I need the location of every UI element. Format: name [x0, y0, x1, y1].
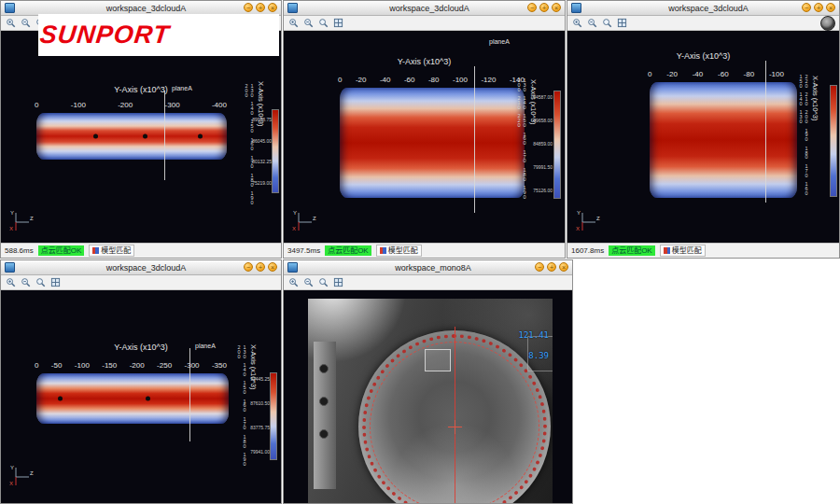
center-crosshair [455, 420, 455, 434]
camera-viewport[interactable]: 121.418.39 [284, 290, 572, 503]
orientation-triad: YZX [8, 462, 35, 490]
maximize-button[interactable]: + [256, 3, 265, 12]
window-title: workspace_3dcloudA [298, 4, 561, 13]
orientation-triad: YZX [291, 207, 317, 235]
window-3dcloud-4: workspace_3dcloudA − + × Y-Axis (x10^3) … [0, 259, 282, 504]
data-point [58, 397, 63, 401]
measurement-line [455, 327, 455, 503]
plane-indicator-line [765, 61, 766, 203]
point-cloud-viewport[interactable]: Y-Axis (x10^3) 0-100-200-300-400 planeA … [1, 31, 281, 243]
minimize-button[interactable]: − [527, 3, 537, 12]
point-cloud-viewport[interactable]: Y-Axis (x10^3) 0-50-100-150-200-250-300-… [1, 290, 281, 503]
close-button[interactable]: × [552, 3, 561, 12]
colorbar [553, 91, 561, 199]
plane-label: planeA [195, 343, 216, 349]
svg-text:X: X [576, 226, 580, 231]
window-title: workspace_3dcloudA [15, 4, 277, 13]
window-title: workspace_3dcloudA [15, 263, 277, 273]
view-grid-icon[interactable] [332, 18, 343, 29]
zoom-fit-icon[interactable] [317, 18, 329, 29]
zoom-in-icon[interactable] [571, 18, 582, 29]
close-button[interactable]: × [268, 3, 277, 12]
title-bar[interactable]: workspace_3dcloudA − + × [284, 1, 565, 16]
window-3dcloud-1: workspace_3dcloudA − + × Y-Axis (x10^3) … [0, 0, 282, 259]
zoom-out-icon[interactable] [302, 18, 314, 29]
mode-label: 模型匹配 [101, 246, 131, 256]
window-controls: − + × [244, 3, 277, 12]
result-badge: 点云匹配OK [325, 245, 371, 256]
x-axis-title: X-Axis (x10^3) [811, 76, 819, 121]
close-button[interactable]: × [268, 262, 277, 272]
zoom-in-icon[interactable] [5, 18, 16, 29]
heatmap-band [36, 113, 227, 160]
mode-icon [92, 247, 99, 254]
zoom-out-icon[interactable] [302, 277, 314, 288]
close-button[interactable]: × [559, 262, 568, 272]
svg-text:Y: Y [10, 210, 14, 216]
zoom-out-icon[interactable] [20, 277, 31, 288]
zoom-fit-icon[interactable] [317, 277, 329, 288]
view-grid-icon[interactable] [616, 18, 627, 29]
bolt [319, 429, 329, 439]
minimize-button[interactable]: − [244, 262, 253, 272]
title-bar[interactable]: workspace_3dcloudA − + × [1, 260, 281, 275]
zoom-fit-icon[interactable] [601, 18, 612, 29]
point-cloud-viewport[interactable]: Y-Axis (x10^3) 0-20-40-60-80-100 220 210… [567, 31, 839, 243]
plane-indicator-line [474, 66, 475, 213]
maximize-button[interactable]: + [256, 262, 265, 272]
y-axis-ticks: 0-20-40-60-80-100-120-140 [338, 76, 525, 84]
plane-label: planeA [489, 38, 510, 45]
minimize-button[interactable]: − [802, 3, 811, 12]
minimize-button[interactable]: − [244, 3, 253, 12]
title-bar[interactable]: workspace_mono8A − + × [284, 260, 572, 275]
view-toolbar [1, 275, 281, 290]
mode-icon [664, 247, 670, 254]
svg-text:Z: Z [30, 470, 34, 476]
zoom-in-icon[interactable] [5, 277, 16, 288]
sunport-logo-text: SUNPORT [36, 21, 171, 49]
roi-box[interactable] [425, 349, 451, 371]
svg-text:X: X [9, 226, 13, 231]
mode-label: 模型匹配 [672, 246, 702, 256]
y-axis-ticks: 0-20-40-60-80-100 [648, 70, 784, 78]
window-3dcloud-2: workspace_3dcloudA − + × Y-Axis (x10^3) … [283, 0, 566, 259]
window-icon [571, 3, 581, 13]
maximize-button[interactable]: + [539, 3, 549, 12]
view-grid-icon[interactable] [332, 277, 343, 288]
plane-indicator-line [189, 348, 190, 441]
window-title: workspace_3dcloudA [581, 4, 835, 13]
view-grid-icon[interactable] [49, 277, 61, 288]
window-title: workspace_mono8A [298, 263, 568, 273]
status-bar: 1607.8ms 点云匹配OK 模型匹配 [567, 243, 839, 258]
zoom-in-icon[interactable] [287, 18, 299, 29]
maximize-button[interactable]: + [547, 262, 556, 272]
colorbar-labels: 91445.2587610.5083775.7579941.00 [244, 376, 270, 455]
zoom-out-icon[interactable] [20, 18, 31, 29]
colorbar [830, 85, 837, 197]
svg-text:Z: Z [596, 216, 600, 221]
cycle-time: 1607.8ms [571, 246, 604, 255]
window-controls: − + × [535, 262, 568, 272]
measurement-values: 121.418.39 [518, 330, 549, 360]
zoom-in-icon[interactable] [287, 277, 299, 288]
data-point [146, 397, 150, 401]
bolt [319, 397, 329, 406]
title-bar[interactable]: workspace_3dcloudA − + × [567, 1, 839, 16]
window-icon [5, 3, 15, 13]
zoom-out-icon[interactable] [586, 18, 597, 29]
mode-icon [380, 247, 386, 254]
mode-badge: 模型匹配 [89, 245, 134, 257]
svg-text:Z: Z [313, 216, 316, 221]
data-point [93, 134, 98, 139]
mode-badge: 模型匹配 [660, 245, 706, 257]
window-mono8: workspace_mono8A − + × 121.418.39 [283, 259, 573, 504]
x-axis-tick-labels: 220 210 200 190 180 170 160 150 140 130 [798, 74, 809, 203]
point-cloud-viewport[interactable]: Y-Axis (x10^3) 0-20-40-60-80-100-120-140… [284, 31, 565, 243]
minimize-button[interactable]: − [535, 262, 544, 272]
window-controls: − + × [527, 3, 561, 12]
zoom-fit-icon[interactable] [35, 277, 46, 288]
close-button[interactable]: × [826, 3, 835, 12]
bolt [319, 364, 329, 373]
result-badge: 点云匹配OK [609, 245, 655, 256]
maximize-button[interactable]: + [814, 3, 823, 12]
